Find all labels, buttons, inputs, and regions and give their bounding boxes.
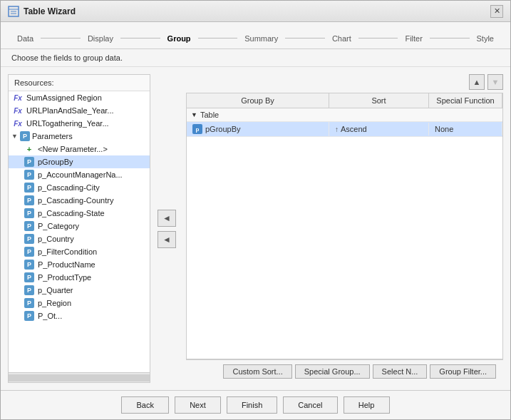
item-label: p_Cascading-State [38,209,105,217]
tab-separator-5 [358,38,398,39]
p-icon: P [23,221,36,231]
list-item[interactable]: P p_FilterCondition [9,245,150,258]
tab-data[interactable]: Data [11,34,39,43]
next-button[interactable]: Next [175,396,221,414]
p-icon: P [23,285,36,295]
main-content: Resources: Fx SumAssigned Region Fx URLP… [1,67,510,390]
down-arrow-icon: ▼ [492,78,500,86]
cancel-button[interactable]: Cancel [283,396,337,414]
fx-icon: Fx [11,118,24,128]
tab-chart[interactable]: Chart [326,34,357,43]
group-label: Parameters [32,132,73,140]
list-item[interactable]: P p_AccountManagerNa... [9,168,150,181]
list-item[interactable]: P p_Cascading-State [9,207,150,220]
cell-groupby: p pGroupBy [187,122,329,136]
p-icon: P [23,183,36,193]
right-panel: ▲ ▼ Group By Sort Special Function ▼ T [186,74,503,383]
group-filter-button[interactable]: Group Filter... [430,364,496,379]
col-header-groupby: Group By [187,93,329,108]
wizard-icon [8,6,19,17]
p-icon: P [20,131,30,141]
close-button[interactable]: ✕ [490,5,503,18]
cell-special: None [429,123,502,135]
move-down-button[interactable]: ▼ [487,74,503,90]
tab-summary[interactable]: Summary [239,34,284,43]
item-label: pGroupBy [38,158,73,166]
section-label: Table [200,111,219,119]
col-header-sort: Sort [329,93,429,108]
list-item[interactable]: P p_Country [9,232,150,245]
tab-separator-4 [285,38,325,39]
remove-button[interactable]: ◄ [158,231,176,248]
cell-sort-value: Ascend [341,125,367,133]
item-label: SumAssigned Region [26,93,102,102]
footer-buttons: Back Next Finish Cancel Help [1,390,510,419]
item-label: URLPlanAndSale_Year... [26,106,114,115]
dialog-title: Table Wizard [24,6,76,16]
item-label: p_FilterCondition [38,247,97,256]
up-arrow-icon: ▲ [473,78,481,86]
list-item[interactable]: Fx SumAssigned Region [9,91,150,104]
cell-sort: ↑ Ascend [329,123,429,135]
title-bar-left: Table Wizard [8,6,76,17]
finish-button[interactable]: Finish [227,396,277,414]
list-item[interactable]: Fx URLPlanAndSale_Year... [9,104,150,117]
group-arrow-icon: ▼ [11,133,18,140]
fx-icon: Fx [11,106,24,116]
arrow-left-icon: ◄ [162,235,171,245]
custom-sort-button[interactable]: Custom Sort... [223,364,291,379]
left-panel-header: Resources: [9,75,150,91]
table-header: Group By Sort Special Function [187,93,502,108]
p-icon: P [23,234,36,244]
p-icon: P [23,208,36,218]
tab-filter[interactable]: Filter [399,34,428,43]
arrow-right-icon: ◄ [162,213,171,223]
left-panel: Resources: Fx SumAssigned Region Fx URLP… [8,74,150,383]
move-up-button[interactable]: ▲ [469,74,485,90]
wizard-tabs: Data Display Group Summary Chart Filter … [1,22,510,49]
move-right-button[interactable]: ◄ [158,210,176,227]
list-item[interactable]: + <New Parameter...> [9,143,150,155]
back-button[interactable]: Back [121,396,168,414]
p-icon: P [23,311,36,321]
table-body: ▼ Table p pGroupBy ↑ Ascend None [187,108,502,359]
horizontal-scrollbar[interactable] [9,372,150,382]
list-item[interactable]: P P_Category [9,220,150,232]
parameters-group[interactable]: ▼ P Parameters [9,130,150,143]
item-label: p_Cascading-City [38,183,100,192]
list-item[interactable]: Fx URLTogathering_Year... [9,117,150,130]
tab-style[interactable]: Style [471,34,500,43]
table-section-header[interactable]: ▼ Table [187,108,502,122]
list-item[interactable]: P pGroupBy [9,155,150,168]
p-icon: P [23,247,36,257]
list-item[interactable]: P p_Cascading-Country [9,194,150,207]
tab-display[interactable]: Display [82,34,119,43]
select-n-button[interactable]: Select N... [373,364,428,379]
item-label: p_Region [38,299,71,307]
resource-list[interactable]: Fx SumAssigned Region Fx URLPlanAndSale_… [9,91,150,372]
item-label: p_Quarter [38,286,73,294]
p-icon: P [23,298,36,308]
list-item[interactable]: P p_Quarter [9,284,150,297]
table-row[interactable]: p pGroupBy ↑ Ascend None [187,122,502,137]
title-bar: Table Wizard ✕ [1,1,510,22]
middle-controls: ◄ ◄ [158,74,179,383]
list-item[interactable]: P P_Ot... [9,309,150,322]
tab-separator-3 [198,38,238,39]
row-p-icon: p [192,124,202,134]
list-item[interactable]: P p_Region [9,297,150,309]
tab-separator-1 [41,38,81,39]
tab-group[interactable]: Group [162,34,197,43]
help-button[interactable]: Help [344,396,390,414]
col-header-special: Special Function [429,93,502,108]
section-arrow-icon: ▼ [191,111,197,118]
list-item[interactable]: P p_Cascading-City [9,181,150,194]
list-item[interactable]: P P_ProductType [9,271,150,284]
scrollbar-track [9,374,150,381]
list-item[interactable]: P P_ProductName [9,258,150,271]
group-table: Group By Sort Special Function ▼ Table p… [186,93,503,359]
item-label: P_ProductType [38,273,91,282]
p-icon: P [23,272,36,282]
special-group-button[interactable]: Special Group... [295,364,370,379]
wizard-subtitle: Choose the fields to group data. [1,49,510,67]
